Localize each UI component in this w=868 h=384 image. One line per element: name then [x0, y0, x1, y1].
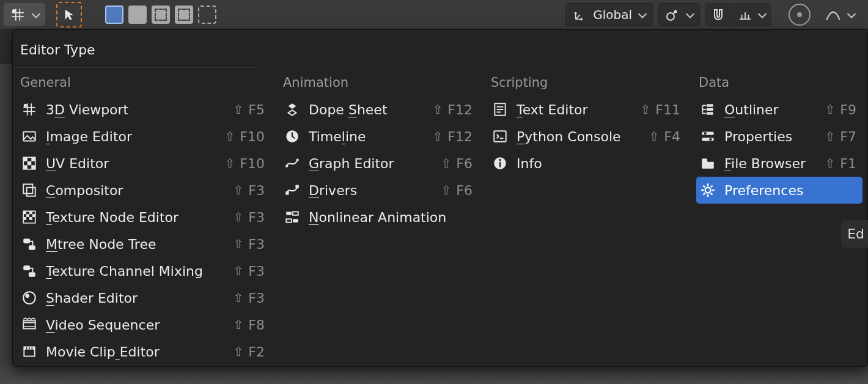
menu-item-compositor[interactable]: Compositor⇧F3 [18, 177, 271, 204]
menu-item-nonlinear-animation[interactable]: Nonlinear Animation [281, 204, 479, 231]
menu-item-label: Movie Clip Editor [46, 344, 227, 360]
viewport-3d-icon [20, 100, 39, 119]
menu-item-label: Texture Channel Mixing [46, 264, 227, 279]
menu-item-label: Properties [724, 129, 819, 144]
cursor-icon [62, 8, 76, 21]
texture-node-icon [20, 208, 39, 226]
info-icon [491, 154, 509, 172]
menu-item-timeline[interactable]: Timeline⇧F12 [281, 123, 479, 150]
compositor-icon [20, 181, 39, 199]
select-invert-icon[interactable] [198, 6, 216, 24]
menu-item-movie-clip-editor[interactable]: Movie Clip Editor⇧F2 [18, 338, 271, 365]
menu-item-label: File Browser [724, 156, 819, 171]
menu-item-3d-viewport[interactable]: 3D Viewport⇧F5 [18, 96, 271, 123]
uv-editor-icon [20, 154, 39, 172]
menu-item-label: Compositor [46, 183, 227, 198]
timeline-icon [283, 127, 301, 146]
col-header-data: Data [696, 75, 862, 96]
menu-item-label: Preferences [724, 183, 856, 198]
menu-item-shortcut: ⇧F12 [433, 102, 473, 117]
editor-type-dropdown[interactable] [4, 3, 45, 26]
menu-item-shortcut: ⇧F3 [234, 183, 265, 198]
select-intersect-icon[interactable] [175, 6, 193, 24]
menu-item-text-editor[interactable]: Text Editor⇧F11 [488, 96, 686, 123]
tool-select-box-active[interactable] [56, 2, 82, 28]
shader-editor-icon [20, 289, 39, 307]
menu-item-shortcut: ⇧F6 [441, 183, 473, 198]
menu-item-label: Info [517, 156, 680, 171]
toolbar-top: Global [0, 0, 868, 29]
menu-item-texture-node-editor[interactable]: Texture Node Editor⇧F3 [18, 204, 271, 231]
menu-item-shortcut: ⇧F10 [225, 129, 265, 144]
menu-item-outliner[interactable]: Outliner⇧F9 [696, 96, 862, 123]
menu-item-shortcut: ⇧F5 [234, 102, 265, 117]
proportional-edit-toggle[interactable] [780, 3, 819, 26]
dope-sheet-icon [283, 100, 301, 119]
svg-line-7 [673, 12, 675, 14]
menu-item-drivers[interactable]: Drivers⇧F6 [281, 177, 479, 204]
menu-item-shortcut: ⇧F4 [649, 129, 680, 144]
orientation-icon [573, 8, 587, 21]
menu-item-dope-sheet[interactable]: Dope Sheet⇧F12 [281, 96, 479, 123]
menu-item-texture-channel-mixing[interactable]: Texture Channel Mixing⇧F3 [18, 257, 271, 284]
graph-editor-icon [283, 154, 301, 172]
snap-toggle[interactable] [705, 3, 732, 26]
drivers-icon [283, 181, 301, 199]
menu-item-label: Drivers [309, 183, 435, 198]
menu-item-shortcut: ⇧F8 [234, 317, 265, 333]
menu-item-label: Texture Node Editor [46, 210, 227, 225]
proportional-falloff-dropdown[interactable] [819, 3, 861, 26]
pivot-icon [665, 7, 680, 22]
menu-item-shortcut: ⇧F7 [825, 129, 856, 144]
outliner-icon [699, 100, 717, 119]
menu-item-video-sequencer[interactable]: Video Sequencer⇧F8 [18, 311, 271, 338]
menu-item-python-console[interactable]: Python Console⇧F4 [488, 123, 686, 150]
movie-clip-icon [20, 342, 39, 361]
menu-item-shortcut: ⇧F3 [234, 210, 265, 225]
menu-item-label: Video Sequencer [46, 317, 227, 333]
menu-item-label: Mtree Node Tree [46, 237, 227, 252]
viewport-3d-icon [10, 7, 26, 23]
python-console-icon [491, 127, 509, 146]
menu-item-shortcut: ⇧F9 [825, 102, 856, 117]
menu-item-label: Text Editor [517, 102, 634, 117]
menu-item-shortcut: ⇧F12 [433, 129, 473, 144]
preferences-icon [699, 181, 717, 199]
menu-item-mtree-node-tree[interactable]: Mtree Node Tree⇧F3 [18, 231, 271, 257]
select-box-icon[interactable] [105, 6, 123, 24]
nla-icon [283, 208, 301, 226]
pivot-dropdown[interactable] [658, 3, 700, 26]
side-panel-tab[interactable]: Ed [841, 220, 868, 248]
menu-item-info[interactable]: Info [488, 150, 686, 177]
transform-orientation-dropdown[interactable]: Global [565, 3, 653, 26]
magnet-icon [711, 7, 726, 22]
menu-item-graph-editor[interactable]: Graph Editor⇧F6 [281, 150, 479, 177]
snap-increment-icon [738, 8, 752, 21]
image-editor-icon [20, 127, 39, 146]
menu-item-properties[interactable]: Properties⇧F7 [696, 123, 862, 150]
falloff-curve-icon [825, 7, 841, 23]
select-extend-icon[interactable] [128, 6, 147, 24]
menu-item-label: Shader Editor [46, 290, 227, 306]
file-browser-icon [699, 154, 717, 172]
menu-item-image-editor[interactable]: Image Editor⇧F10 [18, 123, 271, 150]
select-subtract-icon[interactable] [152, 6, 170, 24]
properties-icon [699, 127, 717, 146]
menu-item-file-browser[interactable]: File Browser⇧F1 [696, 150, 862, 177]
snap-dropdown[interactable] [732, 3, 771, 26]
menu-item-uv-editor[interactable]: UV Editor⇧F10 [18, 150, 271, 177]
menu-item-shortcut: ⇧F10 [225, 156, 265, 171]
select-mode-group [100, 6, 219, 24]
menu-item-label: Nonlinear Animation [309, 210, 473, 225]
col-header-general: General [18, 75, 271, 96]
menu-title: Editor Type [13, 41, 257, 68]
menu-item-shader-editor[interactable]: Shader Editor⇧F3 [18, 284, 271, 311]
texture-mix-icon [20, 262, 39, 280]
text-editor-icon [491, 100, 509, 119]
menu-item-preferences[interactable]: Preferences [696, 177, 862, 204]
col-header-scripting: Scripting [488, 75, 686, 96]
menu-item-label: Timeline [309, 129, 427, 144]
col-data: DataOutliner⇧F9Properties⇧F7File Browser… [691, 75, 867, 365]
svg-point-4 [13, 9, 15, 11]
proportional-circle-icon [789, 4, 811, 26]
